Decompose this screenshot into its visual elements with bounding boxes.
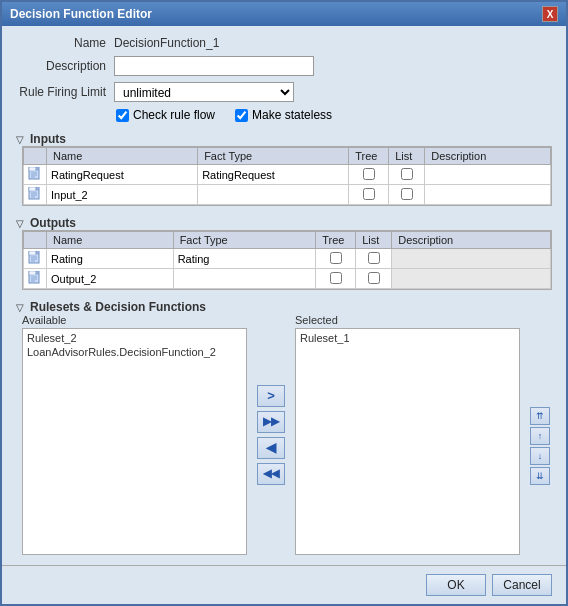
table-row: Rating Rating xyxy=(24,249,551,269)
rule-firing-limit-row: Rule Firing Limit unlimited xyxy=(16,82,552,102)
inputs-row1-name: RatingRequest xyxy=(47,165,198,185)
inputs-col-fact-type: Fact Type xyxy=(198,148,349,165)
check-rule-flow-label: Check rule flow xyxy=(133,108,215,122)
table-row: Input_2 xyxy=(24,185,551,205)
inputs-col-description: Description xyxy=(425,148,551,165)
outputs-row1-tree xyxy=(316,249,356,269)
make-stateless-checkbox[interactable] xyxy=(235,109,248,122)
outputs-col-list: List xyxy=(356,232,392,249)
outputs-row1-fact-type: Rating xyxy=(173,249,316,269)
doc-icon xyxy=(28,187,42,200)
nav-bottom-button[interactable]: ⇊ xyxy=(530,467,550,485)
svg-rect-13 xyxy=(29,251,36,255)
dialog-title: Decision Function Editor xyxy=(10,7,152,21)
table-row: Output_2 xyxy=(24,269,551,289)
list-item[interactable]: LoanAdvisorRules.DecisionFunction_2 xyxy=(25,345,244,359)
inputs-row1-desc xyxy=(425,165,551,185)
inputs-row2-icon-cell xyxy=(24,185,47,205)
inputs-title: Inputs xyxy=(30,132,66,146)
make-stateless-item: Make stateless xyxy=(235,108,332,122)
cancel-button[interactable]: Cancel xyxy=(492,574,552,596)
rulesets-section: ▽ Rulesets & Decision Functions Availabl… xyxy=(16,296,552,555)
make-stateless-label: Make stateless xyxy=(252,108,332,122)
selected-panel: Selected Ruleset_1 xyxy=(295,314,520,555)
inputs-row2-fact-type xyxy=(198,185,349,205)
outputs-col-description: Description xyxy=(392,232,551,249)
nav-up-button[interactable]: ↑ xyxy=(530,427,550,445)
name-label: Name xyxy=(16,36,106,50)
rulesets-header: ▽ Rulesets & Decision Functions xyxy=(16,300,552,314)
inputs-row2-name: Input_2 xyxy=(47,185,198,205)
nav-top-button[interactable]: ⇈ xyxy=(530,407,550,425)
outputs-tbody: Rating Rating xyxy=(24,249,551,289)
rulesets-arrow-icon: ▽ xyxy=(16,302,24,313)
rule-firing-limit-select-row: unlimited xyxy=(114,82,294,102)
checkbox-row: Check rule flow Make stateless xyxy=(116,108,552,122)
inputs-row2-list xyxy=(389,185,425,205)
outputs-table: Name Fact Type Tree List Description xyxy=(23,231,551,289)
svg-rect-19 xyxy=(29,271,36,275)
list-item[interactable]: Ruleset_2 xyxy=(25,331,244,345)
selected-list[interactable]: Ruleset_1 xyxy=(295,328,520,555)
svg-rect-1 xyxy=(29,167,36,171)
list-item[interactable]: Ruleset_1 xyxy=(298,331,517,345)
rule-firing-limit-label: Rule Firing Limit xyxy=(16,85,106,99)
description-input[interactable] xyxy=(114,56,314,76)
outputs-col-tree: Tree xyxy=(316,232,356,249)
outputs-title: Outputs xyxy=(30,216,76,230)
inputs-col-tree: Tree xyxy=(349,148,389,165)
available-list[interactable]: Ruleset_2 LoanAdvisorRules.DecisionFunct… xyxy=(22,328,247,555)
inputs-header: ▽ Inputs xyxy=(16,132,552,146)
move-all-right-button[interactable]: ▶▶ xyxy=(257,411,285,433)
outputs-row1-icon-cell xyxy=(24,249,47,269)
close-button[interactable]: X xyxy=(542,6,558,22)
doc-icon xyxy=(28,251,42,264)
inputs-row2-tree xyxy=(349,185,389,205)
rulesets-title: Rulesets & Decision Functions xyxy=(30,300,206,314)
outputs-header: ▽ Outputs xyxy=(16,216,552,230)
doc-icon xyxy=(28,271,42,284)
move-all-left-button[interactable]: ◀◀ xyxy=(257,463,285,485)
outputs-row1-list xyxy=(356,249,392,269)
inputs-tbody: RatingRequest RatingRequest xyxy=(24,165,551,205)
dialog-footer: OK Cancel xyxy=(2,565,566,604)
outputs-table-container: Name Fact Type Tree List Description xyxy=(22,230,552,290)
inputs-col-icon xyxy=(24,148,47,165)
nav-down-button[interactable]: ↓ xyxy=(530,447,550,465)
inputs-row1-list xyxy=(389,165,425,185)
inputs-col-name: Name xyxy=(47,148,198,165)
inputs-row1-icon-cell xyxy=(24,165,47,185)
inputs-table-container: Name Fact Type Tree List Description xyxy=(22,146,552,206)
outputs-row1-desc xyxy=(392,249,551,269)
outputs-row2-name: Output_2 xyxy=(47,269,174,289)
outputs-section: ▽ Outputs Name Fact Type Tree List Descr… xyxy=(16,212,552,290)
outputs-col-name: Name xyxy=(47,232,174,249)
rulesets-content: Available Ruleset_2 LoanAdvisorRules.Dec… xyxy=(22,314,552,555)
inputs-header-row: Name Fact Type Tree List Description xyxy=(24,148,551,165)
outputs-row2-icon-cell xyxy=(24,269,47,289)
outputs-col-fact-type: Fact Type xyxy=(173,232,316,249)
move-left-button[interactable]: ◀ xyxy=(257,437,285,459)
available-label: Available xyxy=(22,314,247,326)
rule-firing-limit-select[interactable]: unlimited xyxy=(114,82,294,102)
outputs-row2-tree xyxy=(316,269,356,289)
decision-function-editor-dialog: Decision Function Editor X Name Decision… xyxy=(0,0,568,606)
doc-icon xyxy=(28,167,42,180)
inputs-row1-fact-type: RatingRequest xyxy=(198,165,349,185)
title-bar: Decision Function Editor X xyxy=(2,2,566,26)
outputs-row2-fact-type xyxy=(173,269,316,289)
move-right-button[interactable]: > xyxy=(257,385,285,407)
svg-rect-7 xyxy=(29,187,36,191)
inputs-row1-tree xyxy=(349,165,389,185)
name-value: DecisionFunction_1 xyxy=(114,36,219,50)
check-rule-flow-item: Check rule flow xyxy=(116,108,215,122)
outputs-row1-name: Rating xyxy=(47,249,174,269)
inputs-section: ▽ Inputs Name Fact Type Tree List Descri… xyxy=(16,128,552,206)
inputs-table: Name Fact Type Tree List Description xyxy=(23,147,551,205)
outputs-row2-list xyxy=(356,269,392,289)
check-rule-flow-checkbox[interactable] xyxy=(116,109,129,122)
ok-button[interactable]: OK xyxy=(426,574,486,596)
name-row: Name DecisionFunction_1 xyxy=(16,36,552,50)
inputs-arrow-icon: ▽ xyxy=(16,134,24,145)
outputs-arrow-icon: ▽ xyxy=(16,218,24,229)
